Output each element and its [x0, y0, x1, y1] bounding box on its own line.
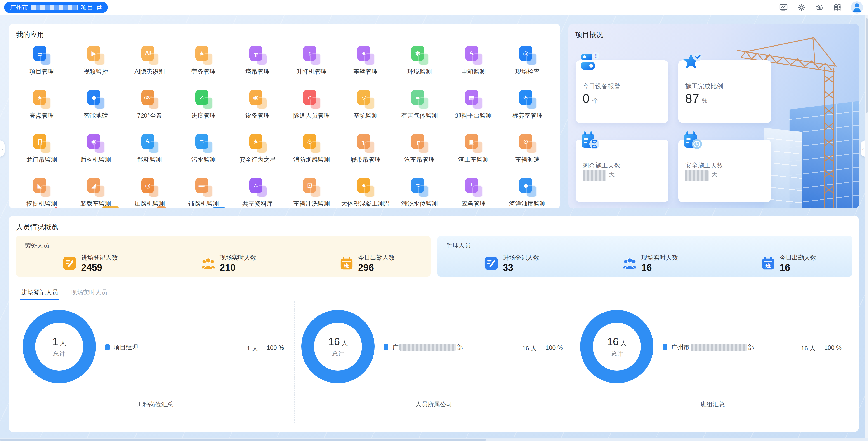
user-avatar[interactable] [851, 1, 863, 13]
project-switcher-pill[interactable]: 广州市项目 ⇄ [4, 2, 108, 13]
donut-total-unit: 人 [620, 340, 627, 347]
app-item-海洋浊度监测[interactable]: ◆海洋浊度监测 [500, 175, 555, 208]
app-item-塔吊管理[interactable]: ┳塔吊管理 [230, 43, 285, 87]
partial-app-icon [102, 206, 119, 208]
app-item-720°全景[interactable]: 720°720°全景 [123, 87, 177, 131]
manual-book-icon[interactable] [833, 2, 843, 12]
app-item-大体积混凝土测温[interactable]: ●大体积混凝土测温 [339, 175, 393, 208]
管理人员-今日出勤人数: 班今日出勤人数16 [761, 253, 816, 273]
app-item-能耗监测[interactable]: ϟ能耗监测 [123, 131, 177, 175]
donut-total-unit: 人 [342, 340, 348, 347]
app-item-应急管理[interactable]: !应急管理 [446, 175, 500, 208]
donut-total-label: 总计 [328, 349, 348, 358]
app-item-挖掘机监测[interactable]: ◣挖掘机监测 [15, 175, 69, 208]
vertical-scrollbar-thumb[interactable] [866, 18, 868, 113]
app-icon-汽车吊管理: ┏ [410, 133, 430, 153]
stat-card-completion-ratio: 施工完成比例 87 % [678, 60, 771, 123]
completion-star-icon [682, 51, 704, 72]
app-item-进度管理[interactable]: ✓进度管理 [177, 87, 230, 131]
tab-进场登记人员[interactable]: 进场登记人员 [22, 289, 58, 300]
app-item-劳务管理[interactable]: ★劳务管理 [177, 43, 230, 87]
app-item-装载车监测[interactable]: ◢装载车监测 [69, 175, 123, 208]
cloud-download-icon[interactable] [815, 2, 825, 12]
app-icon-塔吊管理: ┳ [248, 45, 268, 65]
app-item-AI隐患识别[interactable]: AIAI隐患识别 [123, 43, 177, 87]
app-icon-隧道人员管理: ∩ [302, 90, 321, 109]
app-item-环境监测[interactable]: ✽环境监测 [393, 43, 447, 87]
app-item-汽车吊管理[interactable]: ┏汽车吊管理 [393, 131, 447, 175]
app-label: 塔吊管理 [246, 68, 270, 76]
legend-name: 广部 [393, 343, 463, 351]
register-icon [484, 256, 498, 270]
app-icon-盾构机监测: ◉ [86, 133, 105, 153]
stat-unit: 个 [592, 97, 598, 105]
horizontal-scrollbar-thumb[interactable] [0, 439, 486, 441]
stat-value: 16 [780, 262, 816, 273]
switch-project-icon: ⇄ [96, 4, 102, 11]
app-label: 有害气体监测 [401, 111, 438, 120]
app-item-现场检查[interactable]: ◎现场检查 [500, 43, 555, 87]
app-icon-智能地磅: ◆ [86, 90, 105, 109]
group-title: 管理人员 [446, 241, 471, 249]
svg-text:班: 班 [344, 263, 349, 269]
settings-gear-icon[interactable] [797, 2, 807, 12]
tab-现场实时人员[interactable]: 现场实时人员 [71, 289, 107, 300]
app-label: 基坑监测 [353, 111, 378, 120]
app-label: 渣土车监测 [458, 156, 489, 164]
app-label: 现场检查 [515, 68, 540, 76]
my-apps-title: 我的应用 [16, 30, 44, 39]
app-item-共享资料库[interactable]: ∴共享资料库 [230, 175, 285, 208]
app-icon-环境监测: ✽ [410, 45, 430, 65]
avatar-head [855, 3, 859, 7]
project-overview-card: 项目概况 ! [568, 24, 859, 208]
app-item-设备管理[interactable]: ◉设备管理 [230, 87, 285, 131]
stat-label: 今日出勤人数 [358, 253, 395, 262]
scroll-left-handle[interactable]: ‹ [0, 140, 4, 157]
app-item-标养室管理[interactable]: ☀标养室管理 [500, 87, 555, 131]
app-item-污水监测[interactable]: ≈污水监测 [177, 131, 230, 175]
stat-value: 0 [583, 91, 590, 106]
app-label: 能耗监测 [137, 156, 162, 164]
dashboard-monitor-icon[interactable] [778, 2, 788, 12]
app-label: 车辆测速 [515, 156, 540, 164]
app-item-盾构机监测[interactable]: ◉盾构机监测 [69, 131, 123, 175]
app-item-卸料平台监测[interactable]: ▤卸料平台监测 [446, 87, 500, 131]
chart-panel-班组汇总: 16人总计广州市部16 人100 %班组汇总 [574, 301, 852, 423]
app-item-亮点管理[interactable]: ★亮点管理 [15, 87, 69, 131]
app-item-消防烟感监测[interactable]: ♨消防烟感监测 [285, 131, 339, 175]
stat-label: 施工完成比例 [685, 82, 723, 91]
stat-value-redacted [685, 170, 709, 181]
app-item-有害气体监测[interactable]: ≡有害气体监测 [393, 87, 447, 131]
app-item-铺路机监测[interactable]: ▬铺路机监测 [177, 175, 230, 208]
app-item-车辆测速[interactable]: ⊙车辆测速 [500, 131, 555, 175]
app-item-潮汐水位监测[interactable]: ≈潮汐水位监测 [393, 175, 447, 208]
劳务人员-进场登记人数: 进场登记人数2459 [63, 253, 118, 273]
stat-value: 296 [358, 262, 395, 273]
app-icon-龙门吊监测: ∏ [32, 133, 52, 153]
scroll-right-handle[interactable]: › [861, 140, 865, 157]
app-item-隧道人员管理[interactable]: ∩隧道人员管理 [285, 87, 339, 131]
app-item-升降机管理[interactable]: ↕升降机管理 [285, 43, 339, 87]
legend-item: 广州市部 [663, 343, 754, 351]
top-bar: 广州市项目 ⇄ [0, 0, 868, 15]
app-item-视频监控[interactable]: ▶视频监控 [69, 43, 123, 87]
app-item-渣土车监测[interactable]: ▣渣土车监测 [446, 131, 500, 175]
app-item-履带吊管理[interactable]: ┓履带吊管理 [339, 131, 393, 175]
vertical-scrollbar [865, 15, 868, 441]
app-item-基坑监测[interactable]: ▽基坑监测 [339, 87, 393, 131]
app-item-电箱监测[interactable]: ϟ电箱监测 [446, 43, 500, 87]
app-item-车辆冲洗监测[interactable]: ⊡车辆冲洗监测 [285, 175, 339, 208]
app-label: 龙门吊监测 [26, 156, 57, 164]
stat-label: 进场登记人数 [503, 253, 539, 262]
app-item-项目管理[interactable]: ☰项目管理 [15, 43, 69, 87]
app-item-安全行为之星[interactable]: ★安全行为之星 [230, 131, 285, 175]
app-item-压路机监测[interactable]: ◎压路机监测 [123, 175, 177, 208]
remaining-days-hourglass-icon [579, 130, 601, 152]
stat-label: 现场实时人数 [220, 253, 256, 262]
app-item-龙门吊监测[interactable]: ∏龙门吊监测 [15, 131, 69, 175]
app-item-车辆管理[interactable]: ●车辆管理 [339, 43, 393, 87]
project-overview-title: 项目概况 [575, 30, 603, 39]
stat-value-redacted [583, 170, 606, 181]
app-label: 安全行为之星 [239, 156, 276, 164]
app-item-智能地磅[interactable]: ◆智能地磅 [69, 87, 123, 131]
